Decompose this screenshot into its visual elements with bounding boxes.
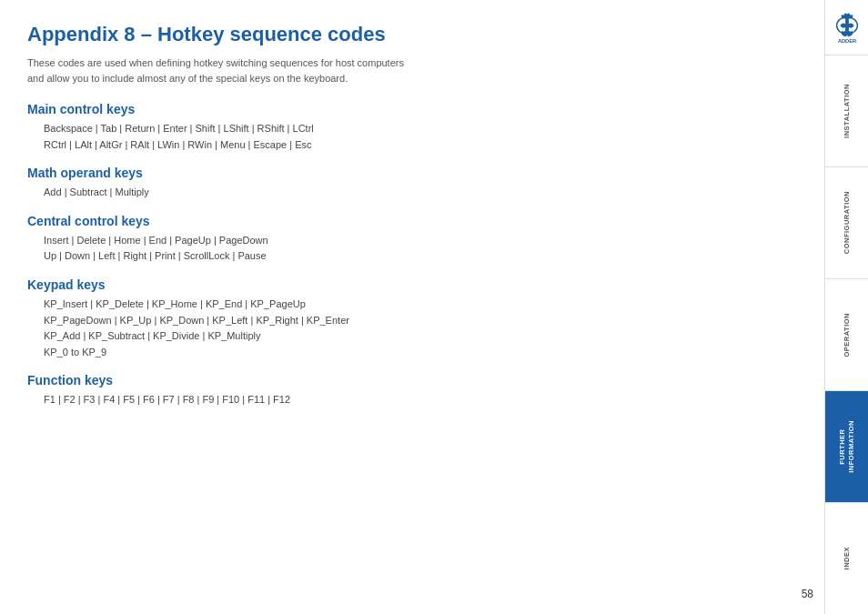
section-line: Up | Down | Left | Right | Print | Scrol… [44, 248, 773, 265]
tab-operation-label: OPERATION [843, 313, 852, 357]
section-title-function-keys: Function keys [27, 373, 773, 388]
section-line: RCtrl | LAlt | AltGr | RAlt | LWin | RWi… [44, 137, 773, 154]
tab-further-information[interactable]: FURTHERINFORMATION [825, 390, 868, 502]
section-line: Add | Subtract | Multiply [44, 185, 773, 201]
section-line: Insert | Delete | Home | End | PageUp | … [44, 233, 773, 249]
adder-logo: ADDER [826, 0, 868, 55]
svg-text:ADDER: ADDER [837, 38, 855, 44]
section-line: KP_0 to KP_9 [44, 345, 773, 361]
adder-logo-svg: ADDER [830, 10, 864, 45]
section-line: Backspace | Tab | Return | Enter | Shift… [44, 121, 773, 137]
sections-container: Main control keysBackspace | Tab | Retur… [27, 102, 773, 408]
section-content-central-control-keys: Insert | Delete | Home | End | PageUp | … [44, 233, 773, 265]
section-keypad-keys: Keypad keysKP_Insert | KP_Delete | KP_Ho… [27, 277, 773, 360]
section-content-function-keys: F1 | F2 | F3 | F4 | F5 | F6 | F7 | F8 | … [44, 392, 773, 408]
section-title-math-operand-keys: Math operand keys [27, 166, 773, 180]
section-content-main-control-keys: Backspace | Tab | Return | Enter | Shift… [44, 121, 773, 153]
intro-text: These codes are used when defining hotke… [27, 55, 419, 86]
section-title-keypad-keys: Keypad keys [27, 277, 773, 292]
sidebar-tabs: INSTALLATION CONFIGURATION OPERATION FUR… [825, 55, 868, 614]
page-number: 58 [802, 588, 813, 600]
tab-configuration[interactable]: CONFIGURATION [825, 166, 868, 278]
tab-index[interactable]: INDEX [825, 502, 868, 614]
tab-configuration-label: CONFIGURATION [843, 191, 852, 254]
section-function-keys: Function keysF1 | F2 | F3 | F4 | F5 | F6… [27, 373, 773, 408]
section-line: KP_Add | KP_Subtract | KP_Divide | KP_Mu… [44, 328, 773, 345]
section-title-main-control-keys: Main control keys [27, 102, 773, 116]
section-title-central-control-keys: Central control keys [27, 214, 773, 228]
section-main-control-keys: Main control keysBackspace | Tab | Retur… [27, 102, 773, 153]
tab-operation[interactable]: OPERATION [825, 278, 868, 390]
page-title: Appendix 8 – Hotkey sequence codes [27, 23, 773, 46]
section-math-operand-keys: Math operand keysAdd | Subtract | Multip… [27, 166, 773, 201]
tab-installation[interactable]: INSTALLATION [825, 55, 868, 166]
section-line: F1 | F2 | F3 | F4 | F5 | F6 | F7 | F8 | … [44, 392, 773, 408]
tab-index-label: INDEX [843, 547, 852, 569]
tab-installation-label: INSTALLATION [843, 84, 852, 138]
section-content-keypad-keys: KP_Insert | KP_Delete | KP_Home | KP_End… [44, 297, 773, 360]
tab-further-information-label: FURTHERINFORMATION [838, 420, 856, 473]
main-content: Appendix 8 – Hotkey sequence codes These… [27, 23, 773, 408]
section-content-math-operand-keys: Add | Subtract | Multiply [44, 185, 773, 201]
section-central-control-keys: Central control keysInsert | Delete | Ho… [27, 214, 773, 265]
sidebar: ADDER INSTALLATION CONFIGURATION OPERATI… [824, 0, 868, 614]
section-line: KP_PageDown | KP_Up | KP_Down | KP_Left … [44, 313, 773, 329]
section-line: KP_Insert | KP_Delete | KP_Home | KP_End… [44, 297, 773, 313]
